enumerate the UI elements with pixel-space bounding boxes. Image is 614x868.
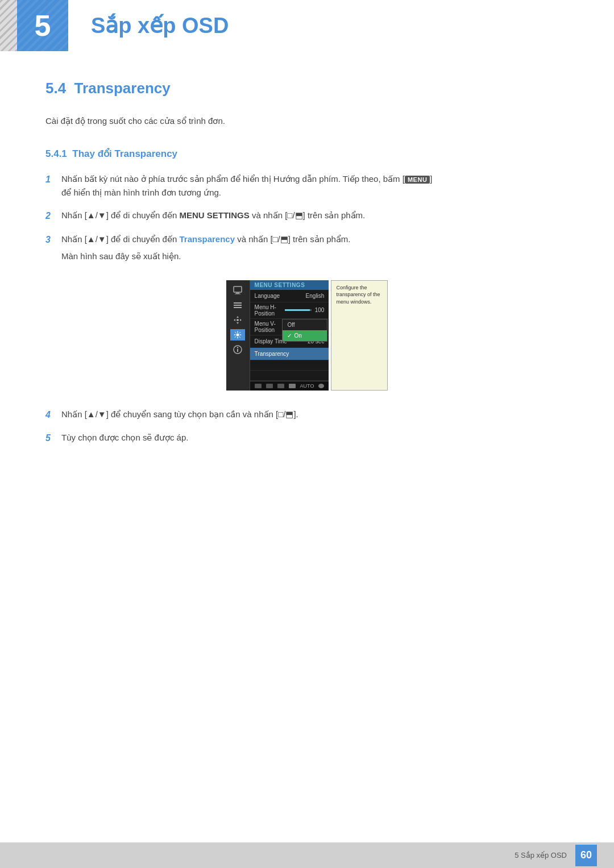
gear-icon: [233, 330, 242, 339]
stripe-decoration: [0, 0, 17, 51]
svg-marker-8: [234, 319, 235, 321]
chapter-number-box: 5: [17, 0, 68, 51]
osd-icon-info: [230, 344, 245, 355]
svg-marker-6: [237, 316, 239, 318]
osd-btn-down: [266, 384, 273, 388]
osd-screenshot-container: MENU SETTINGS Language English Menu H-Po…: [45, 280, 569, 391]
osd-dropdown: Off ✓ On: [282, 319, 327, 342]
steps-list-continued: 4 Nhấn [▲/▼] để chuyển sang tùy chọn bạn…: [45, 408, 569, 446]
osd-btn-power: [318, 384, 324, 388]
osd-value-language: English: [306, 293, 325, 299]
osd-label-transparency: Transparency: [255, 351, 325, 357]
osd-btn-enter: [289, 384, 296, 388]
svg-rect-4: [234, 305, 242, 306]
step-number: 2: [45, 209, 61, 223]
monitor-icon: [233, 286, 242, 295]
svg-point-11: [237, 333, 239, 336]
osd-icon-settings: [230, 329, 245, 340]
footer-text: 5 Sắp xếp OSD: [515, 851, 567, 859]
osd-row-hpos: Menu H-Position 100: [250, 302, 329, 319]
step-number: 5: [45, 431, 61, 446]
chapter-title-area: Sắp xếp OSD: [68, 0, 251, 51]
osd-slider-fill-hpos: [285, 309, 310, 311]
osd-row-spacer1: [250, 360, 329, 371]
key-badge: MENU: [405, 176, 430, 184]
osd-btn-up: [277, 384, 284, 388]
osd-dropdown-on: ✓ On: [283, 330, 327, 341]
osd-bottom-bar: AUTO: [250, 381, 329, 391]
osd-row-language: Language English: [250, 290, 329, 302]
list-item: 1 Nhấn bất kỳ nút nào ở phía trước sản p…: [45, 172, 569, 200]
sub-note: Màn hình sau đây sẽ xuất hiện.: [61, 250, 569, 263]
checkmark-icon: ✓: [287, 333, 292, 339]
step-content: Nhấn [▲/▼] để di chuyển đến MENU SETTING…: [61, 209, 569, 222]
step-content: Nhấn [▲/▼] để di chuyển đến Transparency…: [61, 232, 569, 263]
osd-icon-move: [230, 314, 245, 326]
lines-icon: [233, 301, 242, 310]
svg-point-14: [237, 347, 238, 348]
list-item: 2 Nhấn [▲/▼] để di chuyển đến MENU SETTI…: [45, 209, 569, 223]
steps-list: 1 Nhấn bất kỳ nút nào ở phía trước sản p…: [45, 172, 569, 263]
osd-title-bar: MENU SETTINGS: [250, 280, 329, 290]
svg-rect-5: [234, 307, 242, 308]
footer-page-number: 60: [575, 845, 597, 866]
chapter-title: Sắp xếp OSD: [91, 13, 229, 38]
info-icon: [233, 345, 242, 354]
osd-slider-hpos: [285, 309, 312, 311]
chapter-number: 5: [35, 9, 51, 43]
osd-btn-left: [255, 384, 262, 388]
osd-label-hpos: Menu H-Position: [255, 304, 281, 317]
move-icon: [233, 315, 242, 325]
step-content: Tùy chọn được chọn sẽ được áp.: [61, 431, 569, 445]
list-item: 5 Tùy chọn được chọn sẽ được áp.: [45, 431, 569, 446]
section-description: Cài đặt độ trong suốt cho các cửa sổ trì…: [45, 114, 569, 128]
content-area: 5.4 Transparency Cài đặt độ trong suốt c…: [0, 80, 614, 508]
osd-row-spacer2: [250, 371, 329, 381]
osd-tooltip: Configure the transparency of the menu w…: [331, 280, 388, 391]
step-number: 1: [45, 172, 61, 187]
transparency-text: Transparency: [179, 234, 235, 244]
osd-value-hpos: 100: [315, 307, 325, 313]
svg-rect-1: [236, 293, 239, 294]
osd-sidebar: [226, 280, 250, 391]
page-header: 5 Sắp xếp OSD: [0, 0, 614, 51]
svg-rect-0: [234, 286, 242, 292]
svg-marker-7: [237, 322, 239, 324]
subsection-heading: 5.4.1 Thay đổi Transparency: [45, 148, 569, 160]
list-item: 3 Nhấn [▲/▼] để di chuyển đến Transparen…: [45, 232, 569, 263]
osd-icon-lines: [230, 300, 245, 311]
svg-rect-13: [237, 349, 238, 352]
svg-rect-2: [235, 293, 240, 294]
step-content: Nhấn bất kỳ nút nào ở phía trước sản phẩ…: [61, 172, 569, 200]
svg-marker-9: [240, 319, 242, 321]
svg-rect-3: [234, 302, 242, 304]
osd-wrapper: MENU SETTINGS Language English Menu H-Po…: [226, 280, 388, 391]
osd-main-panel: MENU SETTINGS Language English Menu H-Po…: [250, 280, 329, 391]
svg-point-10: [237, 319, 239, 321]
osd-row-transparency: Transparency: [250, 348, 329, 360]
section-heading: 5.4 Transparency: [45, 80, 569, 97]
osd-dropdown-off: Off: [283, 319, 327, 330]
step-content: Nhấn [▲/▼] để chuyển sang tùy chọn bạn c…: [61, 408, 569, 421]
osd-icon-monitor: [230, 285, 245, 296]
osd-label-language: Language: [255, 293, 306, 299]
step-number: 3: [45, 232, 61, 247]
osd-label-vpos: Menu V-Position: [255, 321, 285, 333]
osd-auto-label: AUTO: [300, 383, 314, 389]
page-footer: 5 Sắp xếp OSD 60: [0, 842, 614, 868]
list-item: 4 Nhấn [▲/▼] để chuyển sang tùy chọn bạn…: [45, 408, 569, 422]
step-number: 4: [45, 408, 61, 422]
